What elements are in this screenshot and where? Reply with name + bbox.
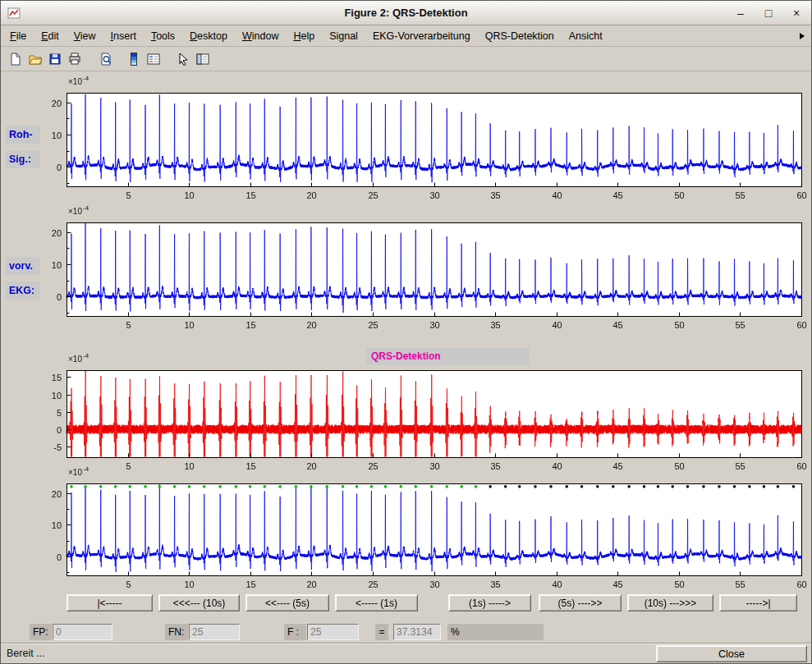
plot-qrs-detection-function	[29, 350, 809, 475]
menu-item-insert[interactable]: Insert	[103, 27, 144, 45]
plot-browser-panel-icon[interactable]	[193, 49, 213, 69]
toolbar	[1, 47, 811, 71]
nav-button-fwd-10s[interactable]: (10s) --->>>	[627, 594, 713, 611]
maximize-icon[interactable]: □	[759, 4, 778, 22]
close-icon[interactable]: ×	[787, 4, 806, 22]
f-measure-input[interactable]	[393, 624, 441, 640]
menu-overflow-icon[interactable]	[800, 33, 805, 39]
titlebar: Figure 2: QRS-Detektion – □ ×	[1, 1, 811, 25]
raw-signal-label-line2: Sig.:	[6, 150, 40, 168]
legend-icon[interactable]	[144, 49, 163, 69]
menu-item-view[interactable]: View	[67, 27, 103, 45]
nav-button-back-10s[interactable]: <<<--- (10s)	[158, 594, 240, 611]
colorbar-icon[interactable]	[124, 49, 144, 69]
menu-item-file[interactable]: File	[2, 27, 34, 45]
nav-button-back-1s[interactable]: <----- (1s)	[335, 594, 418, 611]
nav-button-back-5s[interactable]: <<---- (5s)	[245, 594, 329, 611]
window-controls: – □ ×	[731, 4, 806, 22]
menu-item-desktop[interactable]: Desktop	[182, 27, 235, 45]
preprocessed-label-line1: vorv.	[6, 257, 40, 275]
nav-button-jump-end[interactable]: ----->|	[719, 594, 797, 611]
menu-item-help[interactable]: Help	[286, 27, 322, 45]
fp-label: FP:	[30, 624, 52, 640]
preprocessed-label-line2: EKG:	[6, 282, 40, 300]
f-input[interactable]	[307, 624, 359, 640]
nav-button-fwd-5s[interactable]: (5s) ---->>	[539, 594, 622, 611]
print-icon[interactable]	[65, 49, 85, 69]
menu-item-edit[interactable]: Edit	[34, 27, 67, 45]
statusbar: Bereit ... Close	[1, 643, 811, 663]
nav-button-jump-start[interactable]: |<-----	[67, 594, 153, 611]
window-title: Figure 2: QRS-Detektion	[1, 1, 811, 25]
menu-item-qrs-detektion[interactable]: QRS-Detektion	[478, 27, 562, 45]
plot-preprocessed-ecg	[29, 203, 809, 334]
close-button[interactable]: Close	[656, 645, 807, 662]
print-preview-icon[interactable]	[96, 49, 116, 69]
fn-input[interactable]	[189, 624, 240, 640]
qrs-detektion-title: QRS-Detektion	[366, 348, 530, 365]
f-label: F :	[284, 624, 306, 640]
plot-detection-markers	[29, 464, 809, 593]
open-folder-icon[interactable]	[25, 49, 45, 69]
menu-item-ekg-vorverarbeitung[interactable]: EKG-Vorverarbeitung	[365, 27, 478, 45]
percent-label: %	[447, 624, 544, 640]
plot-raw-signal	[29, 73, 809, 204]
nav-button-fwd-1s[interactable]: (1s) ----->	[448, 594, 531, 611]
save-icon[interactable]	[45, 49, 65, 69]
minimize-icon[interactable]: –	[731, 4, 750, 22]
equals-label: =	[375, 624, 388, 640]
menubar: FileEditViewInsertToolsDesktopWindowHelp…	[1, 25, 811, 47]
menu-item-ansicht[interactable]: Ansicht	[562, 27, 610, 45]
menu-item-tools[interactable]: Tools	[144, 27, 182, 45]
fp-input[interactable]	[53, 624, 112, 640]
menu-item-window[interactable]: Window	[235, 27, 286, 45]
figure-window: Figure 2: QRS-Detektion – □ × FileEditVi…	[0, 0, 812, 664]
fn-label: FN:	[165, 624, 188, 640]
new-file-icon[interactable]	[6, 49, 25, 69]
edit-plot-arrow-icon[interactable]	[173, 49, 193, 69]
status-text: Bereit ...	[7, 648, 45, 659]
raw-signal-label-line1: Roh-	[6, 126, 40, 144]
menu-item-signal[interactable]: Signal	[322, 27, 365, 45]
